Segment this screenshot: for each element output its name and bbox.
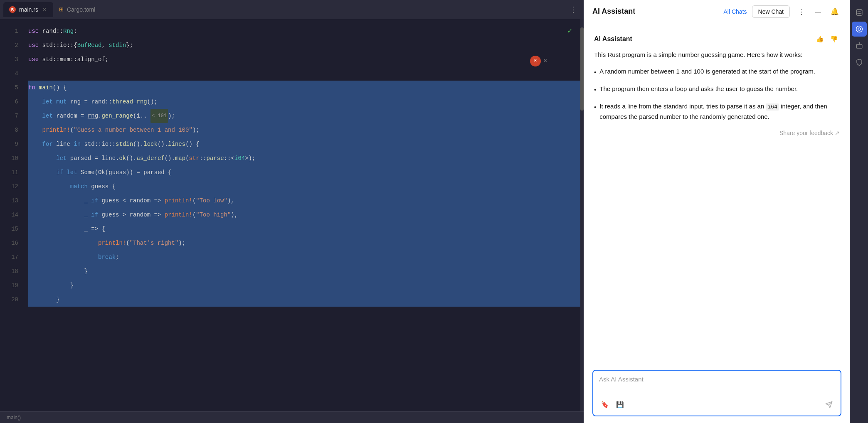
all-chats-link[interactable]: All Chats — [724, 8, 747, 15]
svg-rect-5 — [856, 44, 862, 48]
ai-panel-title: AI Assistant — [592, 7, 719, 16]
tab-label-cargo-toml: Cargo.toml — [67, 6, 95, 13]
code-line: for line in std::io::stdin().lock().line… — [28, 137, 580, 151]
code-line: } — [28, 293, 580, 307]
bullet-text-2: The program then enters a loop and asks … — [599, 84, 798, 95]
bullet-dot: • — [594, 67, 596, 77]
code-line: use std::mem::align_of; R ✕ — [28, 52, 580, 66]
tab-cargo-toml[interactable]: ⊞ Cargo.toml — [53, 2, 101, 17]
bullet-item-1: • A random number between 1 and 100 is g… — [594, 66, 840, 77]
hover-close-icon[interactable]: ✕ — [543, 54, 547, 68]
robot-sidebar-icon[interactable] — [852, 38, 867, 53]
ai-input-footer: 🔖 💾 — [599, 399, 835, 411]
send-button[interactable] — [823, 399, 835, 411]
code-line: let mut rng = rand::thread_rng(); — [28, 95, 580, 109]
status-bar: main() — [0, 411, 584, 423]
code-line: println!("That's right"); — [28, 236, 580, 250]
ai-content: AI Assistant 👍 👎 This Rust program is a … — [584, 23, 850, 363]
bullet-dot: • — [594, 102, 596, 122]
bullet-text-1: A random number between 1 and 100 is gen… — [599, 66, 815, 77]
ai-assistant-sidebar-icon[interactable] — [852, 22, 867, 37]
ai-input-area: 🔖 💾 — [584, 363, 850, 423]
share-feedback-link[interactable]: Share your feedback ↗ — [594, 128, 840, 138]
svg-point-4 — [858, 28, 861, 30]
bullet-item-3: • It reads a line from the standard inpu… — [594, 101, 840, 122]
hover-ai-icon[interactable]: R — [530, 56, 541, 66]
bullet-text-3: It reads a line from the standard input,… — [599, 101, 840, 122]
code-line: let parsed = line.ok().as_deref().map(st… — [28, 151, 580, 165]
code-line — [28, 66, 580, 81]
right-sidebar — [850, 0, 868, 423]
new-chat-button[interactable]: New Chat — [752, 5, 790, 18]
code-line: fn main() { — [28, 81, 580, 95]
code-line: break; — [28, 250, 580, 264]
ai-input-field[interactable] — [599, 376, 835, 396]
toml-icon: ⊞ — [59, 6, 64, 12]
ai-input-tools: 🔖 💾 — [599, 399, 626, 411]
ai-input-box: 🔖 💾 — [592, 370, 841, 416]
code-line: } — [28, 278, 580, 293]
save-icon[interactable]: 💾 — [614, 399, 626, 411]
bullet-dot: • — [594, 85, 596, 95]
tab-bar: R main.rs ✕ ⊞ Cargo.toml ⋮ — [0, 0, 584, 19]
scrollbar-thumb[interactable] — [580, 27, 584, 111]
thumbs-down-icon[interactable]: 👎 — [828, 33, 840, 45]
svg-point-2 — [856, 10, 862, 12]
scrollbar[interactable] — [580, 19, 584, 411]
ai-body: This Rust program is a simple number gue… — [594, 50, 840, 138]
ai-message-sender: AI Assistant — [594, 35, 814, 43]
code-line: _ if guess < random => println!("Too low… — [28, 194, 580, 208]
ai-message-header: AI Assistant 👍 👎 — [594, 33, 840, 45]
more-options-icon[interactable]: ⋮ — [795, 5, 808, 18]
code-area: 1 2 3 4 5 6 7 8 9 10 11 12 13 14 15 16 1… — [0, 19, 584, 411]
ai-panel: AI Assistant All Chats New Chat ⋮ — 🔔 AI… — [584, 0, 850, 423]
ai-header: AI Assistant All Chats New Chat ⋮ — 🔔 — [584, 0, 850, 23]
hover-actions: R ✕ — [530, 54, 547, 68]
line-numbers: 1 2 3 4 5 6 7 8 9 10 11 12 13 14 15 16 1… — [0, 19, 22, 411]
code-line: use std::io::{BufRead, stdin}; — [28, 38, 580, 52]
code-line: _ => { — [28, 222, 580, 236]
tab-close-main-rs[interactable]: ✕ — [42, 6, 47, 13]
code-line: use rand::Rng; — [28, 24, 580, 38]
bullet-item-2: • The program then enters a loop and ask… — [594, 84, 840, 95]
ai-intro: This Rust program is a simple number gue… — [594, 50, 840, 60]
feedback-icons: 👍 👎 — [814, 33, 840, 45]
tab-label-main-rs: main.rs — [19, 6, 38, 13]
code-content[interactable]: ✓ use rand::Rng; use std::io::{BufRead, … — [22, 19, 580, 411]
bookmark-icon[interactable]: 🔖 — [599, 399, 611, 411]
database-sidebar-icon[interactable] — [852, 5, 867, 20]
editor-panel: R main.rs ✕ ⊞ Cargo.toml ⋮ 1 2 3 4 5 6 7… — [0, 0, 584, 423]
code-line: } — [28, 264, 580, 278]
code-line: _ if guess > random => println!("Too hig… — [28, 208, 580, 222]
status-text: main() — [7, 415, 21, 421]
ai-header-icons: ⋮ — 🔔 — [795, 5, 841, 18]
code-line: match guess { — [28, 180, 580, 194]
code-line: println!("Guess a number between 1 and 1… — [28, 123, 580, 137]
svg-point-6 — [859, 43, 860, 44]
code-line: let random = rng.gen_range(1.. < 101); — [28, 109, 580, 123]
minimize-icon[interactable]: — — [811, 5, 825, 18]
code-line: if let Some(Ok(guess)) = parsed { — [28, 165, 580, 180]
svg-point-3 — [856, 26, 862, 32]
rs-icon: R — [9, 6, 16, 13]
tab-main-rs[interactable]: R main.rs ✕ — [3, 2, 53, 17]
editor-menu-icon[interactable]: ⋮ — [566, 3, 580, 16]
thumbs-up-icon[interactable]: 👍 — [814, 33, 826, 45]
shield-sidebar-icon[interactable] — [852, 55, 867, 70]
notification-icon[interactable]: 🔔 — [828, 5, 841, 18]
